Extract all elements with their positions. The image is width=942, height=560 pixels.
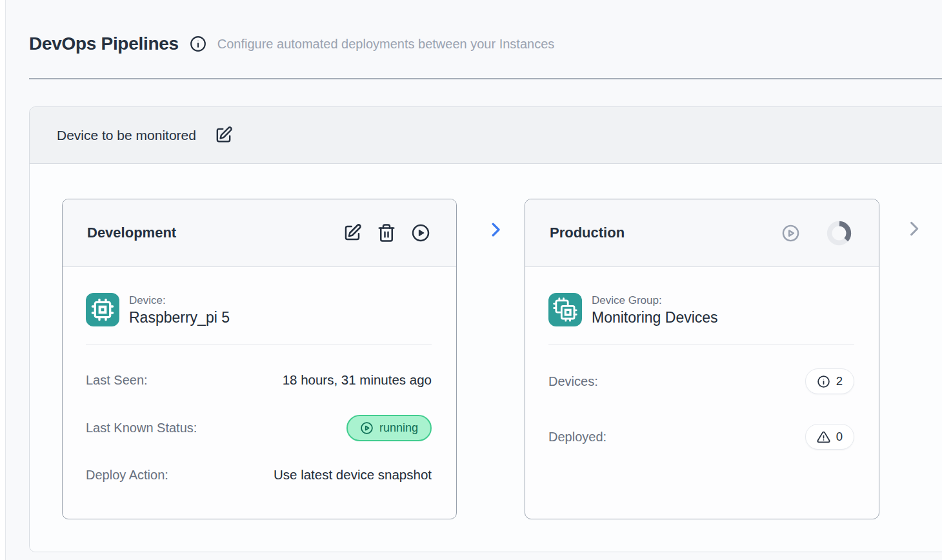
deploy-action-row: Deploy Action: Use latest device snapsho… [86,467,432,483]
development-card-title: Development [87,225,343,241]
pipeline-title: Device to be monitored [57,128,196,143]
deploy-action-label: Deploy Action: [86,468,168,483]
last-seen-label: Last Seen: [86,373,148,388]
page-title: DevOps Pipelines [29,34,179,54]
production-card-body: Device Group: Monitoring Devices Devices… [525,267,879,450]
header-divider [29,78,942,79]
last-known-status-row: Last Known Status: running [86,415,432,441]
development-stage-card: Development [62,199,457,519]
next-stage-chevron-icon[interactable] [904,219,924,241]
status-running-badge: running [346,415,432,441]
device-group-label: Device Group: [592,293,718,307]
device-group-row: Device Group: Monitoring Devices [548,293,854,326]
development-card-actions [343,223,430,243]
device-label: Device: [129,293,230,307]
pipeline-stages: Development [30,164,942,552]
devops-pipelines-page: DevOps Pipelines Configure automated dep… [5,0,942,560]
deployment-spinner-icon [825,219,853,247]
page-subtitle: Configure automated deployments between … [217,37,555,52]
pipeline-panel-header: Device to be monitored [30,107,942,164]
info-icon [817,375,830,388]
edit-stage-icon[interactable] [343,223,362,243]
devices-count: 2 [836,374,843,388]
devices-count-pill[interactable]: 2 [805,368,854,394]
device-group-info: Device Group: Monitoring Devices [592,293,718,326]
devices-row: Devices: 2 [548,368,854,394]
run-stage-icon-disabled[interactable] [781,224,800,243]
card-divider [548,345,854,345]
last-seen-row: Last Seen: 18 hours, 31 minutes ago [86,372,432,388]
info-icon[interactable] [190,35,206,52]
development-card-header: Development [63,199,456,267]
warning-triangle-icon [817,430,830,444]
device-info: Device: Raspberry_pi 5 [129,293,230,326]
development-card-body: Device: Raspberry_pi 5 Last Seen: 18 hou… [63,267,456,483]
status-running-text: running [379,421,418,435]
devices-label: Devices: [548,374,598,389]
production-card-title: Production [550,225,781,241]
card-divider [86,345,432,345]
page-header: DevOps Pipelines Configure automated dep… [6,0,942,54]
edit-pipeline-icon[interactable] [214,126,233,145]
play-icon [360,421,374,435]
device-group-chips-icon [548,293,582,326]
deployed-label: Deployed: [548,430,606,445]
production-stage-card: Production [525,199,879,519]
delete-stage-icon[interactable] [377,223,396,243]
production-card-actions [781,219,853,247]
deploy-action-value: Use latest device snapshot [274,467,432,483]
device-chip-icon [86,293,119,326]
device-group-name: Monitoring Devices [592,309,718,326]
production-card-header: Production [525,199,879,267]
deployed-count: 0 [836,430,843,444]
last-known-status-label: Last Known Status: [86,421,197,435]
last-seen-value: 18 hours, 31 minutes ago [283,372,432,388]
deployed-count-pill[interactable]: 0 [805,424,854,450]
device-row: Device: Raspberry_pi 5 [86,293,432,326]
pipeline-panel: Device to be monitored Development [29,106,942,552]
run-stage-icon[interactable] [411,223,430,243]
device-name: Raspberry_pi 5 [129,309,230,326]
deployed-row: Deployed: 0 [548,424,854,450]
pipeline-flow-arrow-icon [486,220,505,242]
